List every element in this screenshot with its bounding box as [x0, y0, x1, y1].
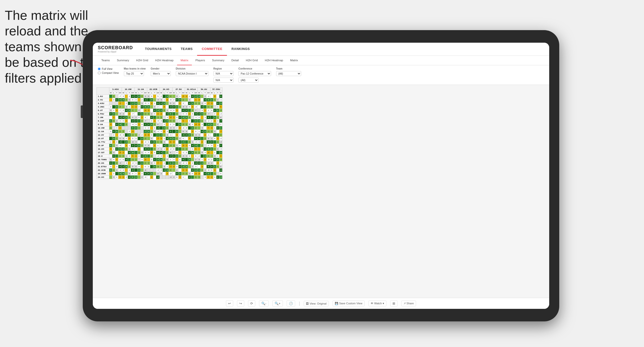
undo-button[interactable]: ↩: [226, 300, 233, 307]
nav-committee[interactable]: COMMITTEE: [197, 43, 227, 56]
matrix-cell: 1: [166, 126, 169, 130]
conference-select[interactable]: Pac-12 Conference: [238, 71, 271, 76]
matrix-cell: -3: [181, 123, 185, 126]
matrix-cell: 0: [194, 154, 198, 158]
nav-teams[interactable]: TEAMS: [176, 43, 197, 56]
zoom-out-button[interactable]: 🔍-: [259, 300, 269, 307]
matrix-cell: -7: [219, 119, 222, 123]
matrix-cell: -7: [169, 165, 172, 168]
matrix-cell: 3: [150, 158, 153, 161]
matrix-cell: [147, 119, 150, 123]
matrix-cell: 0: [175, 137, 178, 140]
subnav-h2h-grid2[interactable]: H2H Grid: [242, 56, 261, 65]
compact-view-radio[interactable]: [98, 72, 101, 74]
zoom-in-button[interactable]: 🔍+: [272, 300, 283, 307]
team-select[interactable]: (All): [276, 71, 301, 76]
matrix-cell: 3: [172, 158, 175, 161]
subnav-h2h-heatmap1[interactable]: H2H Heatmap: [152, 56, 177, 65]
grid-button[interactable]: ⊞: [390, 300, 397, 307]
division-select[interactable]: NCAA Division I: [176, 71, 208, 76]
matrix-cell: [210, 116, 213, 119]
matrix-cell: 0: [216, 147, 219, 151]
matrix-cell: -3: [143, 176, 147, 179]
matrix-cell: 2: [147, 126, 150, 130]
matrix-cell: 3: [140, 119, 143, 123]
col-3-asu: 3. ASU: [109, 88, 122, 91]
save-custom-view-button[interactable]: 💾 Save Custom View: [333, 301, 365, 306]
matrix-cell: [210, 151, 213, 154]
matrix-cell: -2: [194, 102, 198, 105]
gender-select[interactable]: Men's: [151, 71, 171, 76]
matrix-cell: [115, 154, 118, 158]
team-name-cell: 7. UM: [97, 116, 109, 119]
compact-view-option[interactable]: Compact View: [98, 71, 119, 74]
matrix-cell: -2: [219, 137, 222, 140]
matrix-cell: 3: [134, 98, 137, 102]
refresh-button[interactable]: ⟳: [248, 300, 255, 307]
share-button[interactable]: ↗ Share: [401, 301, 416, 306]
matrix-cell: [137, 98, 140, 102]
matrix-cell: 3: [112, 137, 115, 140]
matrix-cell: 4: [122, 137, 125, 140]
matrix-cell: -2: [207, 95, 210, 98]
subnav-matrix2[interactable]: Matrix: [287, 56, 301, 65]
subnav-teams[interactable]: Teams: [98, 56, 113, 65]
matrix-cell: 3: [122, 168, 125, 172]
table-row: 7. UM3-1314420342-133-6142-603-1234314: [97, 116, 222, 119]
ua-l: L: [137, 91, 140, 95]
matrix-cell: 4: [191, 151, 194, 154]
matrix-cell: 0: [201, 112, 204, 116]
subnav-h2h-grid1[interactable]: H2H Grid: [133, 56, 152, 65]
matrix-cell: 2: [112, 130, 115, 133]
region-select[interactable]: N/A: [213, 71, 233, 76]
matrix-cell: -7: [207, 102, 210, 105]
matrix-cell: 2: [216, 98, 219, 102]
subnav-summary1[interactable]: Summary: [113, 56, 133, 65]
matrix-cell: [125, 112, 128, 116]
matrix-cell: 2: [201, 144, 204, 147]
matrix-cell: 4: [185, 95, 188, 98]
matrix-cell: 1: [181, 176, 185, 179]
subnav-summary2[interactable]: Summary: [209, 56, 228, 65]
matrix-area[interactable]: 3. ASU 10. UW 11. UA 22. UCB 24. UO 27. …: [93, 85, 549, 298]
team-name-cell: 9. UA: [97, 123, 109, 126]
matrix-cell: 2: [216, 140, 219, 144]
matrix-cell: 3: [169, 130, 172, 133]
subnav-players[interactable]: Players: [192, 56, 208, 65]
matrix-cell: [109, 137, 112, 140]
uu-t: T: [204, 91, 207, 95]
matrix-cell: 2: [128, 165, 131, 168]
matrix-cell: [147, 137, 150, 140]
nav-rankings[interactable]: RANKINGS: [227, 43, 254, 56]
subnav-detail[interactable]: Detail: [228, 56, 242, 65]
matrix-cell: 5: [143, 172, 147, 176]
nav-tournaments[interactable]: TOURNAMENTS: [140, 43, 176, 56]
matrix-cell: 0: [122, 158, 125, 161]
watch-button[interactable]: 👁 Watch ▾: [368, 301, 386, 306]
matrix-cell: 2: [153, 140, 156, 144]
matrix-cell: 3: [112, 154, 115, 158]
conference-select-2[interactable]: (All): [238, 78, 259, 83]
subnav-matrix1[interactable]: Matrix: [177, 56, 192, 65]
matrix-cell: -6: [143, 168, 147, 172]
subnav-h2h-heatmap2[interactable]: H2H Heatmap: [261, 56, 287, 65]
max-teams-select[interactable]: Top 25: [124, 71, 144, 76]
full-view-radio[interactable]: [98, 68, 101, 70]
matrix-cell: 5: [118, 137, 122, 140]
matrix-cell: [125, 133, 128, 137]
matrix-cell: 3: [178, 140, 181, 144]
view-original-button[interactable]: 🖼 View: Original: [304, 301, 329, 306]
matrix-cell: 2: [112, 172, 115, 176]
matrix-cell: [172, 172, 175, 176]
matrix-cell: [204, 123, 207, 126]
region-select-2[interactable]: N/A: [213, 78, 233, 83]
matrix-cell: -7: [156, 137, 160, 140]
redo-button[interactable]: ↪: [237, 300, 244, 307]
matrix-cell: 3: [160, 154, 163, 158]
matrix-cell: 0: [134, 165, 137, 168]
full-view-option[interactable]: Full View: [98, 67, 119, 70]
matrix-cell: 3: [172, 144, 175, 147]
table-row: 21. ETSU333142503023-531-7420-2323353140: [97, 165, 222, 168]
matrix-cell: [204, 126, 207, 130]
clock-button[interactable]: 🕐: [287, 300, 295, 307]
